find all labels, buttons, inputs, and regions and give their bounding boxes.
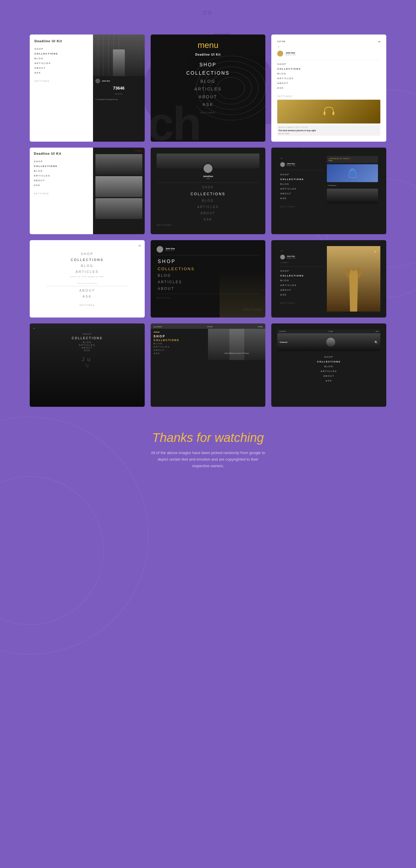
profile-sub-6: Boston, USA (287, 164, 296, 166)
nav-collections-9[interactable]: COLLECTIONS (280, 274, 323, 277)
nav-articles-1[interactable]: ARTICLES (34, 62, 88, 65)
nav-ask-6[interactable]: ASK (280, 197, 323, 200)
nav-blog-12[interactable]: BLOG (280, 365, 378, 368)
menu-ask-5[interactable]: ASK (157, 218, 260, 221)
menu-settings-2[interactable]: SETTINGS (157, 112, 260, 114)
menu-collections-5[interactable]: COLLECTIONS (157, 192, 260, 196)
menu-title-2: menu (157, 40, 260, 50)
nav-about-9[interactable]: ABOUT (280, 289, 323, 291)
menu-blog-2[interactable]: BLOG (157, 79, 260, 84)
snippet-1: I'm satisfied w finding the wo (95, 98, 142, 101)
nav-articles-7[interactable]: ARTICLES (36, 270, 139, 274)
nav-settings-3[interactable]: SETTINGS (277, 95, 380, 97)
profile-name-5: JohnDoe (159, 175, 257, 178)
nav-collections-12[interactable]: COLLECTIONS (280, 360, 378, 363)
menu-shop-5[interactable]: SHOP (157, 186, 260, 189)
nav-settings-6[interactable]: SETTINGS (280, 206, 323, 208)
menu-about-5[interactable]: ABOUT (157, 212, 260, 215)
menu-settings-5[interactable]: SETTINGS (157, 224, 260, 226)
mockup-card-3: 9:27 PM ●● ← John Doe Boston, USA SHOP C… (271, 34, 386, 142)
nav-ask-1[interactable]: ASK (34, 71, 88, 74)
nav-shop-12[interactable]: SHOP (280, 355, 378, 358)
article-title-3: The best wireless phones to buy right (278, 129, 379, 131)
nav-shop-7[interactable]: SHOP (36, 252, 139, 256)
nav-ask-4[interactable]: ASK (34, 184, 89, 187)
mockup-card-7: ✕ SHOP COLLECTIONS BLOG ARTICLES SIGN UP… (30, 240, 145, 317)
nav-articles-4[interactable]: ARTICLES (34, 174, 89, 177)
back-arrow-6[interactable]: ← (280, 157, 323, 160)
close-btn-7[interactable]: ✕ (138, 244, 141, 248)
nav-about-3[interactable]: ABOUT (277, 82, 380, 85)
nav-settings-1[interactable]: SETTINGS (34, 80, 88, 82)
mockup-card-5: JohnDoe USA SHOP COLLECTIONS BLOG ARTICL… (151, 148, 266, 234)
nav-ask-3[interactable]: ASK (277, 87, 380, 89)
mockup-card-11: ●●● VIRGIN 9:45 AM 100%■ SHOP COLLECTION… (151, 323, 266, 407)
menu-shop-2[interactable]: SHOP (157, 62, 260, 67)
nav-ask-9[interactable]: ASK (280, 293, 323, 296)
brand-1: Deadline UI Kit (34, 39, 88, 43)
nav-articles-3[interactable]: ARTICLES (277, 77, 380, 80)
person-label-11: Marie Williams for Game Of Thrones (224, 352, 249, 354)
page-number: 06 (0, 0, 416, 17)
mockup-grid: Deadline UI Kit SHOP COLLECTIONS BLOG AR… (30, 17, 386, 407)
nav-about-7[interactable]: ABOUT (36, 289, 139, 292)
article-date-3: Nov 27, 2016 (278, 133, 379, 134)
nav-blog-9[interactable]: BLOG (280, 279, 323, 282)
close-btn-9[interactable]: ✕ (374, 250, 377, 254)
avatar-3 (277, 51, 283, 57)
avatar-1 (95, 79, 100, 83)
footer-title: Thanks for watching (36, 431, 380, 445)
menu-collections-2[interactable]: COLLECTIONS (157, 70, 260, 76)
search-icon-12[interactable]: 🔍 (374, 341, 378, 344)
mockup-card-6: ← John Doe Boston, USA SHOP COLLECTIONS … (271, 148, 386, 234)
article-tag-3: WHAT A MAN'S GOT TO DO (278, 126, 379, 128)
nav-blog-7[interactable]: BLOG (36, 264, 139, 268)
svg-rect-10 (323, 112, 325, 115)
menu-articles-2[interactable]: ARTICLES (157, 87, 260, 91)
back-arrow-9[interactable]: ← (280, 249, 323, 252)
mockup-card-1: Deadline UI Kit SHOP COLLECTIONS BLOG AR… (30, 34, 145, 142)
nav-articles-9[interactable]: ARTICLES (280, 284, 323, 286)
nav-about-4[interactable]: ABOUT (34, 179, 89, 182)
nav-collections-6[interactable]: COLLECTIONS (280, 178, 323, 181)
menu-blog-5[interactable]: BLOG (157, 199, 260, 203)
nav-blog-1[interactable]: BLOG (34, 57, 88, 60)
nav-shop-4[interactable]: SHOP (34, 160, 89, 163)
nav-settings-9[interactable]: SETTINGS (280, 302, 323, 304)
nav-blog-4[interactable]: BLOG (34, 169, 89, 172)
profile-name-1: John Doe (102, 80, 110, 82)
nav-shop-1[interactable]: SHOP (34, 48, 88, 50)
nav-shop-9[interactable]: SHOP (280, 270, 323, 272)
mockup-card-12: ●●● VIRGIN 9:45 AM 100% Featured 🔍 SHOP … (271, 323, 386, 407)
nav-shop-6[interactable]: SHOP (280, 173, 323, 176)
nav-shop-3[interactable]: SHOP (277, 63, 380, 65)
nav-blog-6[interactable]: BLOG (280, 183, 323, 185)
nav-collections-7[interactable]: COLLECTIONS (36, 258, 139, 261)
profile-name-3: John Doe (285, 52, 296, 54)
nav-settings-4[interactable]: SETTINGS (34, 192, 89, 195)
mockup-card-9: ← John Doe Boston, USA ●●● VIRGIN (271, 240, 386, 317)
nav-blog-3[interactable]: BLOG (277, 72, 380, 75)
nav-about-6[interactable]: ABOUT (280, 192, 323, 195)
nav-collections-3[interactable]: COLLECTIONS (277, 67, 380, 70)
nav-articles-12[interactable]: ARTICLES (280, 370, 378, 373)
nav-ask-7[interactable]: ASK (36, 294, 139, 298)
featured-label-12: Featured (280, 341, 287, 343)
nav-collections-1[interactable]: COLLECTIONS (34, 52, 88, 55)
nav-collections-4[interactable]: COLLECTIONS (34, 165, 89, 167)
nav-about-1[interactable]: ABOUT (34, 67, 88, 69)
back-arrow-10[interactable]: ← (33, 327, 142, 330)
back-arrow-3[interactable]: ← (277, 45, 380, 48)
nav-ask-12[interactable]: ASK (280, 379, 378, 382)
nav-about-12[interactable]: ABOUT (280, 375, 378, 377)
nav-collections-8[interactable]: COLLECTIONS (158, 267, 260, 271)
menu-ask-2[interactable]: ASK (157, 102, 260, 107)
nav-shop-8[interactable]: SHOP (158, 259, 260, 264)
menu-about-2[interactable]: ABOUT (157, 94, 260, 99)
nav-articles-6[interactable]: ARTICLES (280, 187, 323, 190)
nav-settings-7[interactable]: SETTINGS (36, 304, 139, 306)
profile-loc-5: USA (159, 178, 257, 180)
menu-articles-5[interactable]: ARTICLES (157, 205, 260, 209)
footer-text: All of the above images have been picked… (148, 450, 268, 469)
nav-collections-10[interactable]: COLLECTIONS (33, 337, 142, 340)
